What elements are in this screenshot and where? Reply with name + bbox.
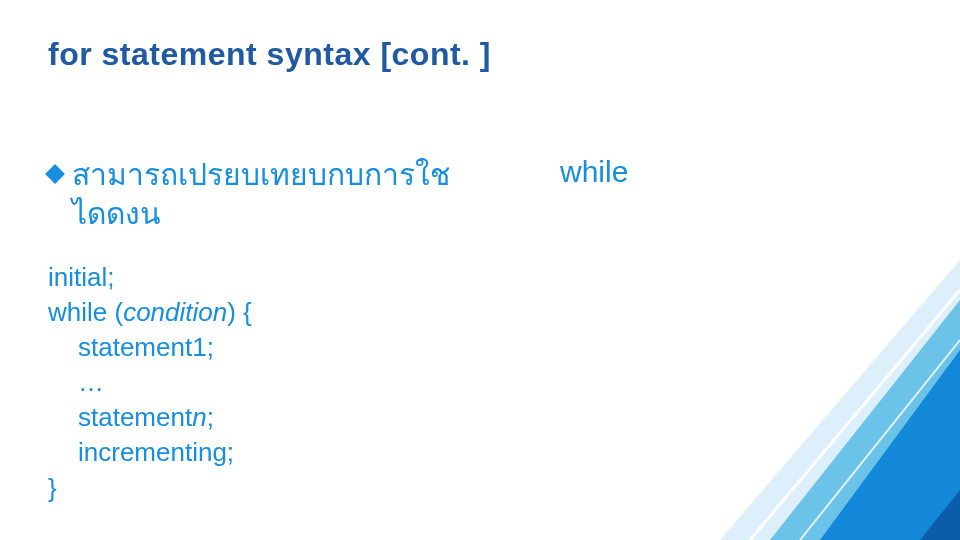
slide: for statement syntax [cont. ] สามารถเปรย… [0,0,960,540]
code-l2-a: while ( [48,297,123,327]
svg-marker-0 [720,260,960,540]
code-block: initial; while (condition) { statement1;… [48,260,252,506]
svg-marker-1 [770,300,960,540]
code-line-7: } [48,471,252,506]
code-l2-condition: condition [123,297,227,327]
svg-marker-2 [820,350,960,540]
code-line-2: while (condition) { [48,295,252,330]
slide-title: for statement syntax [cont. ] [48,36,491,73]
triangle-decoration-icon [660,260,960,540]
code-line-6: incrementing; [48,435,252,470]
code-l5-c: ; [207,402,214,432]
svg-line-5 [800,340,960,540]
code-line-3: statement1; [48,330,252,365]
bullet-line-2: ไดดงน [72,197,161,230]
while-keyword: while [560,155,628,189]
bullet-line-1: สามารถเปรยบเทยบกบการใช [72,158,450,191]
svg-marker-3 [920,490,960,540]
code-line-4: … [48,365,252,400]
page-number: 18 [874,485,894,506]
code-line-5: statementn; [48,400,252,435]
bullet-text: สามารถเปรยบเทยบกบการใช ไดดงน [72,155,450,233]
code-line-1: initial; [48,260,252,295]
svg-line-4 [750,290,960,540]
code-l2-c: ) { [227,297,252,327]
code-l5-n: n [192,402,206,432]
code-l5-a: statement [78,402,192,432]
diamond-bullet-icon [45,164,65,184]
corner-decoration [660,260,960,540]
